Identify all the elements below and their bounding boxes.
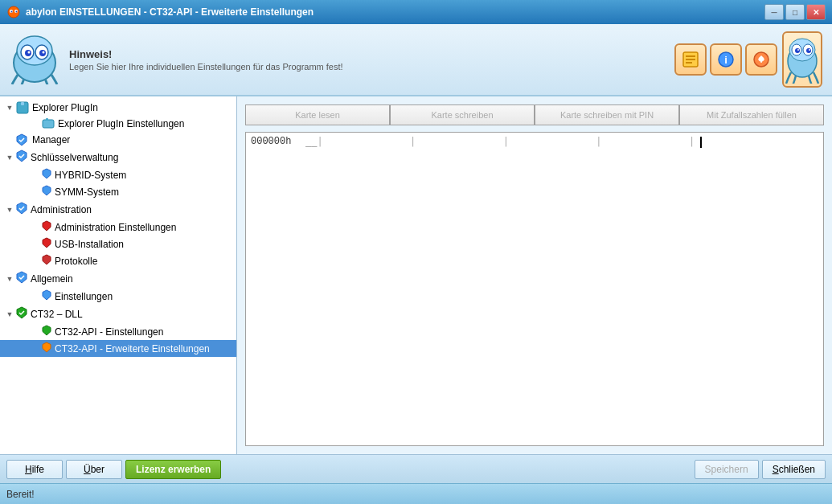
sidebar-item-label: CT32-API - Einstellungen [55, 326, 163, 338]
expand-icon: ▼ [3, 275, 16, 283]
hex-data-display: __| | | | | [305, 136, 702, 148]
sidebar-item-einstellungen[interactable]: Einstellungen [0, 288, 236, 305]
svg-point-0 [8, 6, 19, 18]
sidebar-item-label: Allgemein [31, 273, 73, 285]
sidebar-item-symm[interactable]: SYMM-System [0, 183, 236, 200]
svg-text:i: i [724, 54, 727, 66]
svg-point-26 [797, 49, 799, 51]
action-buttons: Karte lesen Karte schreiben Karte schrei… [245, 104, 824, 125]
shield-red-icon [42, 254, 51, 268]
sidebar-item-protokolle[interactable]: Protokolle [0, 252, 236, 269]
puzzle-sub-icon [42, 117, 55, 130]
mascot-left [10, 35, 59, 84]
sidebar-item-ct32-dll[interactable]: ▼ CT32 – DLL [0, 305, 236, 323]
minimize-button[interactable]: ─ [764, 4, 784, 20]
sidebar-item-explorer-settings[interactable]: Explorer PlugIn Einstellungen [0, 116, 236, 132]
title-bar-left: abylon EINSTELLUNGEN - CT32-API - Erweit… [6, 5, 314, 19]
shield-blue-icon [16, 271, 27, 286]
header-btn-1[interactable] [674, 43, 707, 76]
header: Hinweis! Legen Sie hier Ihre individuell… [0, 24, 832, 96]
header-description: Legen Sie hier Ihre individuellen Einste… [69, 62, 343, 72]
close-button[interactable]: ✕ [806, 4, 826, 20]
shield-green-icon [16, 306, 27, 322]
ueber-button[interactable]: Über [66, 460, 122, 479]
sidebar-item-ct32-api-erweitert[interactable]: CT32-API - Erweiterte Einstellungen [0, 340, 236, 357]
main-content: ▼ Explorer PlugIn Explorer PlugIn Einste… [0, 96, 832, 454]
status-text: Bereit! [6, 489, 35, 500]
sidebar-item-label: CT32-API - Erweiterte Einstellungen [55, 343, 210, 354]
header-left: Hinweis! Legen Sie hier Ihre individuell… [10, 35, 343, 84]
sidebar-item-label: HYBRID-System [55, 170, 126, 181]
sidebar-item-label: Administration [31, 204, 92, 215]
content-panel: Karte lesen Karte schreiben Karte schrei… [237, 96, 832, 454]
sidebar-item-label: Manager [32, 134, 70, 145]
sidebar-item-label: USB-Installation [55, 239, 124, 250]
svg-point-27 [809, 49, 810, 51]
sidebar-item-ct32-api[interactable]: CT32-API - Einstellungen [0, 323, 236, 340]
title-bar: abylon EINSTELLUNGEN - CT32-API - Erweit… [0, 0, 832, 24]
svg-point-25 [806, 48, 811, 53]
shield-red-icon [42, 237, 51, 251]
title-bar-text: abylon EINSTELLUNGEN - CT32-API - Erweit… [26, 6, 314, 18]
karte-schreiben-button[interactable]: Karte schreiben [390, 104, 535, 125]
app-icon [6, 5, 21, 19]
sidebar-item-label: SYMM-System [55, 186, 119, 198]
title-bar-buttons: ─ □ ✕ [764, 4, 826, 20]
sidebar-item-explorer-plugin[interactable]: ▼ Explorer PlugIn [0, 100, 236, 116]
schliessen-label: Schließen [773, 464, 815, 475]
sidebar-item-usb[interactable]: USB-Installation [0, 236, 236, 252]
svg-point-24 [795, 48, 800, 53]
lizenz-button[interactable]: Lizenz erwerben [125, 460, 221, 479]
hilfe-label: Hilfe [25, 464, 44, 475]
sidebar-item-manager[interactable]: Manager [0, 132, 236, 148]
maximize-button[interactable]: □ [785, 4, 805, 20]
shield-small-icon [42, 168, 51, 182]
header-btn-3[interactable] [745, 43, 777, 76]
sidebar-item-admin-settings[interactable]: Administration Einstellungen [0, 219, 236, 236]
sidebar-item-label: Schlüsselverwaltung [31, 152, 118, 163]
header-btn-2[interactable]: i [710, 43, 742, 76]
hilfe-button[interactable]: Hilfe [6, 460, 63, 479]
svg-point-11 [28, 51, 31, 54]
expand-icon: ▼ [3, 310, 16, 318]
header-buttons: i [674, 43, 777, 76]
sidebar-item-label: Einstellungen [55, 291, 113, 302]
puzzle-icon [16, 101, 29, 114]
sidebar-item-label: Explorer PlugIn Einstellungen [58, 118, 184, 129]
sidebar-item-label: Administration Einstellungen [55, 222, 176, 233]
hex-line-1: 000000h __| | | | | [251, 136, 818, 148]
svg-rect-30 [43, 120, 54, 128]
svg-rect-29 [21, 102, 24, 105]
status-bar: Bereit! [0, 483, 832, 504]
sidebar-item-schluessel[interactable]: ▼ Schlüsselverwaltung [0, 148, 236, 166]
sidebar-item-hybrid[interactable]: HYBRID-System [0, 166, 236, 183]
svg-rect-14 [686, 55, 695, 57]
svg-rect-16 [686, 62, 692, 64]
sidebar-item-administration[interactable]: ▼ Administration [0, 200, 236, 219]
speichern-button[interactable]: Speichern [695, 460, 759, 479]
schliessen-button[interactable]: Schließen [762, 460, 826, 479]
expand-icon: ▼ [3, 154, 16, 162]
karte-schreiben-pin-button[interactable]: Karte schreiben mit PIN [535, 104, 679, 125]
shield-blue-icon [16, 133, 29, 146]
shield-red-icon [42, 220, 51, 234]
svg-rect-31 [46, 118, 48, 121]
svg-point-4 [16, 11, 18, 13]
expand-icon: ▼ [3, 206, 16, 214]
zufallszahlen-button[interactable]: Mit Zufallszahlen füllen [679, 104, 824, 125]
hex-view: 000000h __| | | | | [245, 132, 824, 446]
hex-address: 000000h [251, 136, 299, 147]
shield-small-icon [42, 185, 51, 199]
shield-blue-icon [16, 150, 27, 165]
header-text: Hinweis! Legen Sie hier Ihre individuell… [69, 48, 343, 72]
sidebar-item-label: Explorer PlugIn [32, 102, 98, 113]
sidebar-item-label: Protokolle [55, 256, 97, 267]
karte-lesen-button[interactable]: Karte lesen [245, 104, 390, 125]
header-right: i [674, 31, 822, 88]
mascot-right-box [782, 31, 822, 88]
shield-small-icon [42, 289, 51, 303]
sidebar-tree: ▼ Explorer PlugIn Explorer PlugIn Einste… [0, 96, 237, 454]
svg-point-12 [43, 51, 45, 54]
shield-blue-icon [16, 202, 27, 217]
sidebar-item-allgemein[interactable]: ▼ Allgemein [0, 269, 236, 288]
